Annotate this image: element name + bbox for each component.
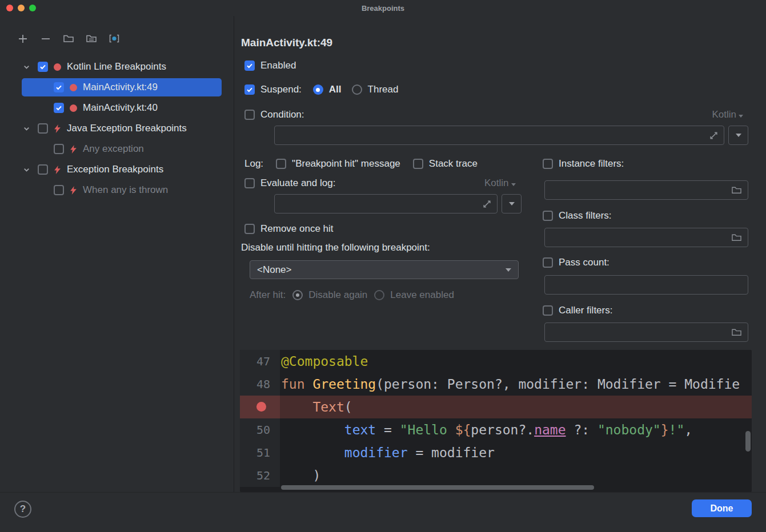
pass-count-input[interactable] [544, 275, 748, 295]
radio-all[interactable] [313, 84, 323, 95]
code-text: fun Greeting(person: Person?, modifier: … [280, 373, 752, 396]
remove-breakpoint-button[interactable] [38, 31, 53, 46]
radio-leave-enabled[interactable] [374, 290, 384, 300]
breakpoint-details-panel: MainActivity.kt:49 Enabled Suspend: All … [235, 16, 766, 492]
disable-until-combobox[interactable]: <None> [250, 260, 519, 279]
condition-history-dropdown-button[interactable] [728, 126, 748, 145]
evaluate-input[interactable] [274, 194, 498, 213]
check-icon [246, 62, 253, 69]
group-by-class-button[interactable] [106, 31, 122, 46]
remove-once-hit-row[interactable]: Remove once hit [244, 221, 334, 236]
breakpoint-title: MainActivity.kt:49 [241, 37, 332, 49]
breakpoint-enabled-checkbox[interactable] [54, 144, 64, 154]
after-hit-disable-option[interactable]: Disable again [292, 289, 367, 301]
folder-icon[interactable] [731, 186, 742, 195]
suspend-all-option[interactable]: All [313, 84, 342, 95]
caller-filters-label: Caller filters: [559, 305, 612, 316]
class-filters-checkbox[interactable] [543, 211, 553, 221]
group-enabled-checkbox[interactable] [38, 123, 48, 134]
check-icon [55, 84, 62, 91]
tree-group-label: Kotlin Line Breakpoints [67, 61, 166, 72]
zoom-window-button[interactable] [29, 5, 36, 11]
expand-icon[interactable] [483, 200, 491, 208]
tree-item-mainactivity-40[interactable]: MainActivity.kt:40 [0, 98, 234, 118]
instance-filters-row[interactable]: Instance filters: [543, 156, 624, 171]
radio-thread[interactable] [352, 84, 362, 95]
breakpoint-enabled-checkbox[interactable] [54, 103, 64, 113]
condition-checkbox[interactable] [244, 110, 255, 120]
suspend-label: Suspend: [260, 84, 302, 95]
caller-filters-row[interactable]: Caller filters: [543, 303, 612, 318]
pass-count-row[interactable]: Pass count: [543, 255, 609, 270]
after-hit-row: After hit: Disable again Leave enabled [250, 288, 454, 303]
after-hit-leave-label: Leave enabled [390, 289, 454, 301]
log-label: Log: [244, 158, 263, 170]
breakpoint-gutter[interactable] [240, 396, 280, 418]
class-filters-row[interactable]: Class filters: [543, 208, 612, 223]
done-button[interactable]: Done [692, 499, 752, 517]
caller-filters-input[interactable] [544, 323, 748, 342]
breakpoint-dot-icon[interactable] [256, 402, 266, 412]
remove-once-hit-checkbox[interactable] [244, 224, 255, 234]
enabled-checkbox[interactable] [244, 61, 255, 71]
stack-trace-checkbox[interactable] [413, 159, 423, 169]
suspend-thread-option[interactable]: Thread [352, 84, 399, 95]
log-message-option[interactable]: "Breakpoint hit" message [276, 158, 400, 170]
condition-input[interactable] [274, 126, 724, 145]
evaluate-checkbox[interactable] [244, 178, 255, 188]
vertical-scrollbar[interactable] [745, 431, 751, 452]
log-message-checkbox[interactable] [276, 159, 286, 169]
pass-count-checkbox[interactable] [543, 257, 553, 268]
tree-item-label: MainActivity.kt:40 [83, 102, 158, 114]
chevron-down-icon[interactable] [21, 125, 32, 132]
breakpoint-enabled-checkbox[interactable] [54, 185, 64, 195]
close-window-button[interactable] [6, 5, 13, 11]
condition-language-chooser[interactable]: Kotlin [712, 109, 743, 120]
folder-icon[interactable] [731, 233, 742, 242]
add-breakpoint-button[interactable] [15, 31, 30, 46]
tree-item-any-exception[interactable]: Any exception [0, 139, 234, 159]
minimize-window-button[interactable] [18, 5, 25, 11]
window-title: Breakpoints [362, 4, 404, 13]
line-number: 50 [240, 418, 280, 441]
radio-disable-again[interactable] [292, 290, 303, 300]
code-line: Text( [240, 396, 752, 418]
class-filters-input[interactable] [544, 228, 748, 247]
folder-icon[interactable] [731, 328, 742, 337]
code-text: modifier = modifier [280, 441, 752, 464]
expand-icon[interactable] [709, 131, 718, 140]
breakpoints-tree: Kotlin Line Breakpoints MainActivity.kt:… [0, 57, 234, 200]
tree-item-when-any-is-thrown[interactable]: When any is thrown [0, 180, 234, 200]
group-enabled-checkbox[interactable] [38, 62, 48, 72]
tree-group-java-exception-breakpoints[interactable]: Java Exception Breakpoints [0, 118, 234, 139]
after-hit-leave-option[interactable]: Leave enabled [374, 289, 454, 301]
suspend-checkbox[interactable] [244, 84, 255, 95]
evaluate-label: Evaluate and log: [260, 178, 335, 189]
folder-lines-icon [86, 34, 97, 43]
code-area: 47@Composable48fun Greeting(person: Pers… [240, 350, 752, 487]
evaluate-history-dropdown-button[interactable] [502, 194, 522, 213]
caller-filters-checkbox[interactable] [543, 305, 553, 316]
chevron-down-icon[interactable] [21, 166, 32, 174]
tree-group-kotlin-line-breakpoints[interactable]: Kotlin Line Breakpoints [0, 57, 234, 77]
minus-icon [41, 34, 51, 44]
exception-breakpoint-icon [70, 145, 77, 154]
instance-filters-input[interactable] [544, 180, 748, 200]
breakpoint-enabled-checkbox[interactable] [54, 82, 64, 92]
group-by-file-button[interactable] [61, 31, 76, 46]
instance-filters-checkbox[interactable] [543, 159, 553, 169]
chevron-down-icon[interactable] [21, 63, 32, 71]
evaluate-language-chooser[interactable]: Kotlin [484, 178, 516, 189]
tree-group-exception-breakpoints[interactable]: Exception Breakpoints [0, 159, 234, 180]
line-breakpoint-icon [54, 63, 61, 71]
disable-until-label: Disable until hitting the following brea… [241, 242, 430, 253]
stack-trace-option[interactable]: Stack trace [413, 158, 478, 170]
exception-breakpoint-icon [54, 124, 61, 133]
chevron-down-icon [509, 202, 515, 205]
group-by-package-button[interactable] [83, 31, 99, 46]
line-number: 47 [240, 350, 280, 373]
group-enabled-checkbox[interactable] [38, 164, 48, 175]
horizontal-scrollbar[interactable] [281, 485, 594, 490]
help-button[interactable]: ? [14, 501, 31, 518]
tree-item-mainactivity-49[interactable]: MainActivity.kt:49 [0, 77, 234, 98]
